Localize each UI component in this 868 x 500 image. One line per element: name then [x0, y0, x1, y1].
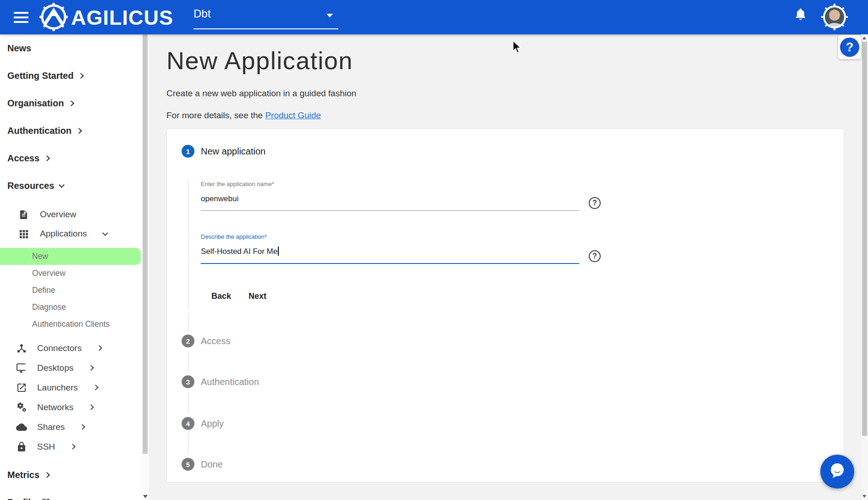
- sidebar-item-resources[interactable]: Resources: [0, 172, 141, 199]
- user-avatar[interactable]: [821, 3, 848, 31]
- sidebar-item-ssh[interactable]: SSH: [0, 437, 141, 456]
- sidebar-scrollbar[interactable]: [141, 34, 149, 500]
- step-connector: [188, 313, 188, 332]
- step-1-number-badge: 1: [182, 145, 194, 158]
- step-4-label: Apply: [201, 418, 224, 429]
- step-3-header[interactable]: 3 Authentication: [167, 375, 844, 388]
- gears-icon: [16, 402, 27, 413]
- step-2-header[interactable]: 2 Access: [167, 335, 844, 347]
- sidebar-item-label: Desktops: [37, 363, 73, 373]
- agilicus-emblem-icon: [39, 2, 68, 33]
- document-icon: [18, 209, 29, 220]
- application-name-label: Enter the application name*: [201, 181, 579, 187]
- chevron-right-icon: [79, 424, 85, 430]
- sidebar-item-metrics[interactable]: Metrics: [0, 461, 141, 489]
- product-guide-link[interactable]: Product Guide: [265, 110, 321, 120]
- chevron-right-icon: [96, 345, 102, 351]
- sidebar-item-news[interactable]: News: [0, 34, 141, 62]
- page-subtitle: Create a new web application in a guided…: [166, 88, 861, 99]
- sidebar-item-label: Profile: [7, 497, 36, 500]
- sidebar-item-access[interactable]: Access: [0, 144, 141, 172]
- application-name-input[interactable]: openwebui: [201, 194, 579, 211]
- sidebar-item-connectors[interactable]: Connectors: [0, 338, 141, 358]
- back-button[interactable]: Back: [204, 287, 238, 306]
- chevron-down-icon: [103, 230, 109, 236]
- sidebar-item-desktops[interactable]: Desktops: [0, 358, 141, 378]
- sidebar-item-label: Authentication: [7, 126, 72, 136]
- page-details: For more details, see the Product Guide: [166, 110, 861, 121]
- sidebar-item-getting-started[interactable]: Getting Started: [0, 62, 141, 89]
- sidebar-item-applications-overview[interactable]: Overview: [0, 265, 141, 282]
- sidebar-item-label: Overview: [32, 269, 66, 278]
- step-1-header[interactable]: 1 New application: [167, 145, 844, 158]
- sidebar-item-shares[interactable]: Shares: [0, 417, 141, 437]
- application-description-field-row: Describe the application* Self-Hosted AI…: [201, 233, 844, 264]
- application-name-field: Enter the application name* openwebui: [201, 181, 579, 211]
- step-5-header[interactable]: 5 Done: [167, 458, 844, 471]
- launch-icon: [16, 382, 27, 393]
- sidebar-scroll-down-arrow-icon[interactable]: [143, 495, 148, 498]
- sidebar-item-applications-new[interactable]: New: [0, 248, 141, 265]
- external-link-icon: [41, 498, 50, 500]
- scroll-up-arrow-icon[interactable]: [862, 37, 866, 39]
- menu-icon[interactable]: [14, 12, 28, 23]
- step-3-number-badge: 3: [182, 375, 194, 388]
- help-icon[interactable]: ?: [589, 250, 601, 262]
- sidebar-item-authentication-clients[interactable]: Authentication Clients: [0, 316, 141, 333]
- application-description-label: Describe the application*: [201, 233, 579, 240]
- help-fab[interactable]: ?: [838, 35, 861, 59]
- organisation-select[interactable]: Dbt: [194, 5, 338, 29]
- sidebar-item-applications[interactable]: Applications: [0, 224, 141, 243]
- device-hub-icon: [16, 343, 27, 354]
- sidebar-item-label: Resources: [7, 181, 54, 191]
- step-4-header[interactable]: 4 Apply: [167, 417, 844, 430]
- sidebar-item-authentication[interactable]: Authentication: [0, 117, 141, 144]
- chevron-right-icon: [88, 404, 94, 410]
- chat-fab[interactable]: [820, 455, 854, 489]
- chevron-right-icon: [68, 100, 74, 106]
- step-1-label: New application: [201, 146, 265, 157]
- sidebar-item-organisation[interactable]: Organisation: [0, 89, 141, 117]
- window-scrollbar-thumb[interactable]: [862, 42, 867, 436]
- application-description-field: Describe the application* Self-Hosted AI…: [201, 233, 579, 264]
- window-scrollbar[interactable]: [861, 34, 868, 500]
- text-caret: [278, 247, 279, 256]
- organisation-select-value: Dbt: [194, 5, 338, 20]
- lock-icon: [16, 441, 27, 452]
- step-connector: [188, 391, 188, 414]
- next-button[interactable]: Next: [241, 287, 274, 306]
- application-description-input[interactable]: Self-Hosted AI For Me: [201, 247, 579, 264]
- notifications-bell-icon[interactable]: [794, 6, 807, 22]
- sidebar-item-launchers[interactable]: Launchers: [0, 378, 141, 397]
- sidebar-item-label: Getting Started: [7, 71, 73, 81]
- question-mark-icon: ?: [840, 38, 859, 57]
- sidebar-item-label: Shares: [37, 422, 65, 432]
- app-bar: AGILICUS Dbt: [0, 0, 868, 34]
- sidebar-item-resources-overview[interactable]: Overview: [0, 205, 141, 224]
- chat-bubble-icon: [828, 462, 846, 482]
- dropdown-arrow-icon: [326, 14, 333, 17]
- sidebar-item-label: Diagnose: [32, 302, 66, 312]
- sidebar-nav: News Getting Started Organisation Authen…: [0, 34, 141, 500]
- step-1-content: Enter the application name* openwebui ? …: [188, 181, 844, 310]
- sidebar-item-applications-define[interactable]: Define: [0, 282, 141, 299]
- sidebar-item-label: New: [32, 252, 48, 261]
- sidebar-item-label: Define: [32, 286, 55, 295]
- step-connector: [188, 433, 188, 455]
- sidebar-scrollbar-thumb[interactable]: [143, 34, 148, 454]
- sidebar-item-applications-diagnose[interactable]: Diagnose: [0, 299, 141, 316]
- chevron-right-icon: [78, 73, 84, 79]
- step-4-number-badge: 4: [182, 417, 194, 430]
- brand-name: AGILICUS: [71, 3, 173, 33]
- sidebar-item-profile[interactable]: Profile: [0, 489, 141, 500]
- step-2-label: Access: [201, 336, 230, 346]
- help-icon[interactable]: ?: [589, 197, 601, 209]
- input-text: Self-Hosted AI For Me: [201, 247, 277, 256]
- select-underline: [194, 28, 338, 29]
- wizard-card: 1 New application Enter the application …: [166, 129, 844, 483]
- sidebar-item-networks[interactable]: Networks: [0, 397, 141, 417]
- scroll-down-arrow-icon[interactable]: [862, 495, 866, 498]
- sidebar-item-label: Access: [7, 153, 39, 164]
- chevron-down-icon: [59, 182, 65, 188]
- chevron-right-icon: [44, 155, 50, 161]
